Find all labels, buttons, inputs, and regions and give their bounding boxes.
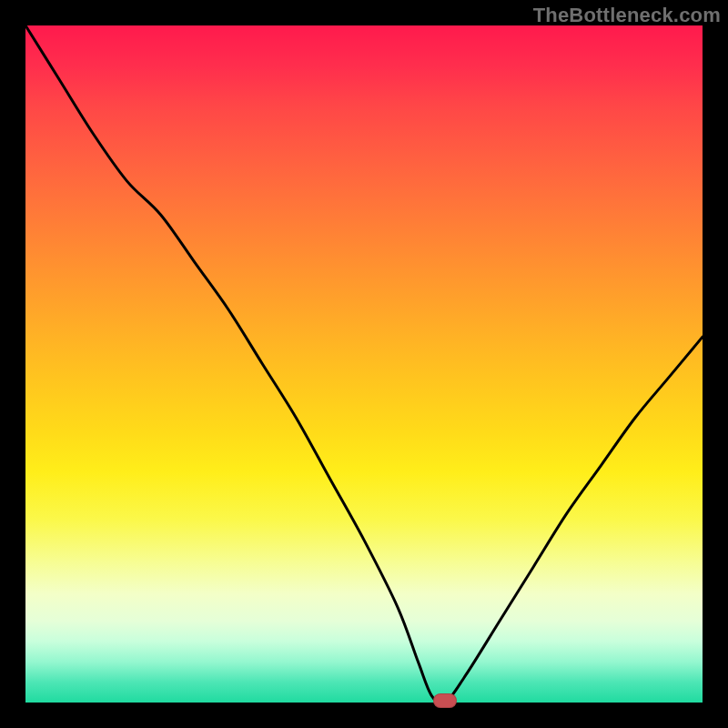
optimal-marker bbox=[433, 693, 457, 708]
bottleneck-curve bbox=[25, 25, 703, 703]
watermark-text: TheBottleneck.com bbox=[533, 4, 721, 27]
plot-area bbox=[25, 25, 703, 703]
chart-frame: TheBottleneck.com bbox=[0, 0, 728, 728]
